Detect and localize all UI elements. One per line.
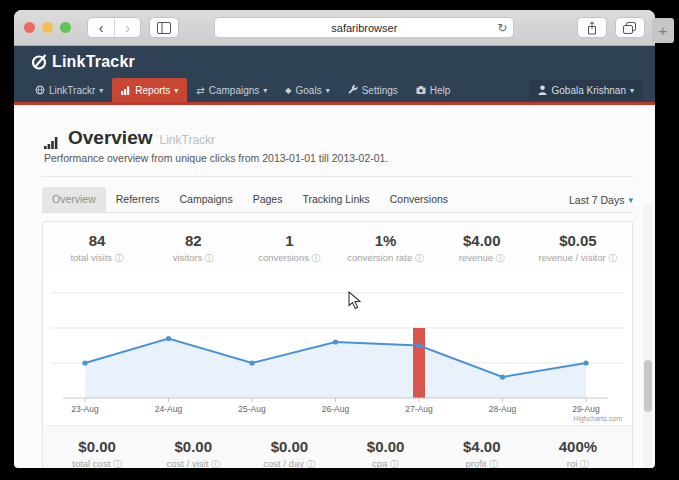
minimize-window-button[interactable]	[42, 22, 53, 33]
overview-panel: 84 total visits ⓘ 82 visitors ⓘ 1 conver…	[42, 221, 633, 468]
stat-total-visits: 84 total visits ⓘ	[49, 232, 145, 265]
window-controls	[24, 22, 71, 33]
url-text: safaribrowser	[331, 22, 397, 34]
visits-chart-svg: 23-Aug24-Aug25-Aug26-Aug27-Aug28-Aug29-A…	[43, 273, 632, 425]
help-camera-icon	[416, 85, 426, 95]
share-icon	[586, 21, 598, 35]
date-range-label: Last 7 Days	[569, 194, 624, 206]
zoom-window-button[interactable]	[60, 22, 71, 33]
goal-diamond-icon: ◆	[285, 86, 291, 95]
browser-window: ‹ › safaribrowser ↻ LinkTrackr LinkT	[14, 10, 655, 468]
mouse-cursor	[348, 291, 362, 310]
tab-campaigns[interactable]: Campaigns	[170, 187, 243, 212]
tabs-overview-button[interactable]	[615, 17, 645, 38]
sidebar-button[interactable]	[149, 17, 179, 38]
linktrackr-logo-icon	[30, 53, 48, 71]
stat-cpa: $0.00 cpa ⓘ	[338, 438, 434, 468]
history-nav: ‹ ›	[87, 17, 141, 38]
svg-text:24-Aug: 24-Aug	[155, 404, 183, 414]
browser-toolbar: ‹ › safaribrowser ↻	[14, 10, 655, 46]
nav-label: Settings	[362, 85, 398, 96]
stat-total-cost: $0.00 total cost ⓘ	[49, 438, 145, 468]
main-nav: LinkTrackr ▾ Reports ▾ ⇄ Campaigns ▾ ◆ G…	[14, 78, 655, 105]
info-icon[interactable]: ⓘ	[211, 459, 220, 468]
stat-conversions: 1 conversions ⓘ	[241, 232, 337, 265]
info-icon[interactable]: ⓘ	[496, 253, 505, 263]
info-icon[interactable]: ⓘ	[390, 459, 399, 468]
bar-chart-icon	[121, 85, 131, 95]
wrench-icon	[348, 85, 358, 95]
info-icon[interactable]: ⓘ	[580, 459, 589, 468]
date-range-dropdown[interactable]: Last 7 Days ▾	[569, 194, 633, 206]
close-window-button[interactable]	[24, 22, 35, 33]
scrollbar-thumb[interactable]	[644, 360, 652, 412]
nav-item-goals[interactable]: ◆ Goals ▾	[276, 78, 338, 102]
stat-cost-per-day: $0.00 cost / day ⓘ	[241, 438, 337, 468]
tabs-icon	[623, 22, 636, 34]
info-icon[interactable]: ⓘ	[113, 459, 122, 468]
page-title: Overview	[68, 127, 153, 149]
stat-profit: $4.00 profit ⓘ	[434, 438, 530, 468]
caret-down-icon: ▾	[99, 86, 103, 95]
svg-text:26-Aug: 26-Aug	[322, 404, 350, 414]
info-icon[interactable]: ⓘ	[115, 253, 124, 263]
toolbar-right	[577, 17, 645, 38]
user-name: Gobala Krishnan	[551, 85, 626, 96]
user-icon	[538, 85, 547, 95]
nav-label: Help	[430, 85, 451, 96]
nav-item-reports[interactable]: Reports ▾	[112, 78, 187, 102]
tab-tracking-links[interactable]: Tracking Links	[292, 187, 379, 212]
info-icon[interactable]: ⓘ	[415, 253, 424, 263]
plus-icon: +	[659, 22, 668, 39]
stat-revenue-per-visitor: $0.05 revenue / visitor ⓘ	[530, 232, 626, 265]
tab-referrers[interactable]: Referrers	[106, 187, 170, 212]
stat-visitors: 82 visitors ⓘ	[145, 232, 241, 265]
svg-text:27-Aug: 27-Aug	[405, 404, 433, 414]
brand-name: LinkTrackr	[52, 53, 135, 71]
stat-conversion-rate: 1% conversion rate ⓘ	[338, 232, 434, 265]
highcharts-credit: Highcharts.com	[573, 415, 622, 423]
info-icon[interactable]: ⓘ	[608, 253, 617, 263]
nav-item-campaigns[interactable]: ⇄ Campaigns ▾	[187, 78, 276, 102]
caret-down-icon: ▾	[174, 86, 178, 95]
info-icon[interactable]: ⓘ	[205, 253, 214, 263]
tabs-row: Overview Referrers Campaigns Pages Track…	[42, 187, 633, 213]
nav-item-help[interactable]: Help	[407, 78, 460, 102]
overview-bars-icon	[44, 135, 61, 149]
tab-conversions[interactable]: Conversions	[380, 187, 458, 212]
nav-label: Reports	[135, 85, 170, 96]
sidebar-icon	[157, 22, 171, 34]
title-block: Overview LinkTrackr Performance overview…	[42, 119, 633, 177]
tab-overview[interactable]: Overview	[42, 187, 106, 212]
stats-row-top: 84 total visits ⓘ 82 visitors ⓘ 1 conver…	[43, 222, 632, 273]
nav-label: LinkTrackr	[49, 85, 95, 96]
svg-text:29-Aug: 29-Aug	[572, 404, 600, 414]
page-content: Overview LinkTrackr Performance overview…	[14, 105, 655, 468]
info-icon[interactable]: ⓘ	[312, 253, 321, 263]
stat-cost-per-visit: $0.00 cost / visit ⓘ	[145, 438, 241, 468]
tab-pages[interactable]: Pages	[243, 187, 293, 212]
forward-button[interactable]: ›	[114, 18, 140, 37]
address-bar[interactable]: safaribrowser ↻	[214, 17, 514, 38]
shuffle-icon: ⇄	[196, 85, 204, 96]
nav-item-settings[interactable]: Settings	[339, 78, 407, 102]
svg-text:28-Aug: 28-Aug	[489, 404, 517, 414]
nav-label: Goals	[296, 85, 322, 96]
nav-item-linktrackr[interactable]: LinkTrackr ▾	[26, 78, 112, 102]
back-button[interactable]: ‹	[88, 18, 114, 37]
info-icon[interactable]: ⓘ	[307, 459, 316, 468]
info-icon[interactable]: ⓘ	[489, 459, 498, 468]
share-button[interactable]	[577, 17, 607, 38]
nav-label: Campaigns	[209, 85, 260, 96]
user-menu[interactable]: Gobala Krishnan ▾	[529, 80, 643, 100]
caret-down-icon: ▾	[628, 195, 633, 205]
page-scrollbar[interactable]	[643, 205, 653, 468]
new-tab-button[interactable]: +	[652, 18, 674, 43]
forward-icon: ›	[125, 20, 130, 36]
svg-text:23-Aug: 23-Aug	[71, 404, 99, 414]
caret-down-icon: ▾	[326, 86, 330, 95]
brand-logo[interactable]: LinkTrackr	[30, 53, 135, 71]
visits-chart[interactable]: 23-Aug24-Aug25-Aug26-Aug27-Aug28-Aug29-A…	[43, 273, 632, 425]
refresh-icon[interactable]: ↻	[497, 21, 507, 35]
caret-down-icon: ▾	[630, 86, 634, 95]
